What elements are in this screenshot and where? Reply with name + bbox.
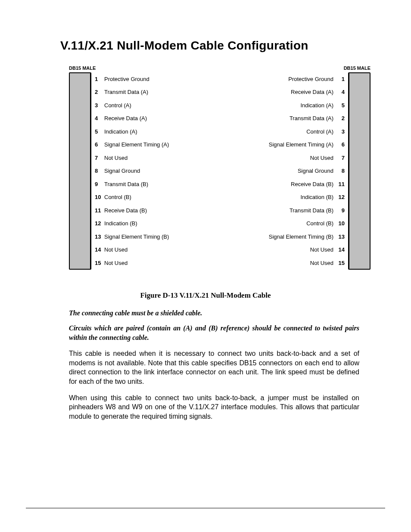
right-pin-label: Not Used xyxy=(219,260,333,266)
pin-row: 11Receive Data (B)Transmit Data (B)9 xyxy=(91,204,348,217)
left-connector-icon xyxy=(69,72,91,270)
right-pin-number: 15 xyxy=(333,260,346,266)
right-pin-number: 1 xyxy=(333,76,346,82)
right-pin-label: Signal Ground xyxy=(219,168,333,174)
right-pin-number: 13 xyxy=(333,233,346,240)
right-pin-label: Control (B) xyxy=(219,220,333,227)
pin-row: 1Protective GroundProtective Ground1 xyxy=(91,72,348,86)
left-pin-number: 8 xyxy=(93,168,104,174)
left-pin-label: Not Used xyxy=(104,260,219,266)
right-pin-label: Signal Element Timing (B) xyxy=(219,233,333,240)
right-pin-number: 3 xyxy=(333,128,346,135)
pin-row: 3Control (A)Indication (A)5 xyxy=(91,99,348,112)
pin-row: 12Indication (B)Control (B)10 xyxy=(91,217,348,230)
right-pin-label: Control (A) xyxy=(219,128,333,135)
right-pin-label: Not Used xyxy=(219,155,333,161)
left-pin-label: Transmit Data (B) xyxy=(104,181,219,187)
left-pin-number: 12 xyxy=(93,220,104,227)
right-pin-number: 9 xyxy=(333,207,346,214)
right-pin-number: 4 xyxy=(333,89,346,95)
right-pin-label: Receive Data (B) xyxy=(219,181,333,187)
pin-row: 4Receive Data (A)Transmit Data (A)2 xyxy=(91,112,348,125)
right-connector-icon xyxy=(348,72,371,270)
paragraph-jumper: When using this cable to connect two uni… xyxy=(69,393,359,421)
paragraph-usage: This cable is needed when it is necessar… xyxy=(69,349,359,386)
right-connector-header: DB15 MALE xyxy=(344,65,371,71)
left-pin-label: Transmit Data (A) xyxy=(104,89,219,95)
pin-row: 5Indication (A)Control (A)3 xyxy=(91,125,348,138)
left-pin-number: 4 xyxy=(93,115,104,121)
pin-row: 9Transmit Data (B)Receive Data (B)11 xyxy=(91,177,348,191)
right-pin-label: Transmit Data (B) xyxy=(219,207,333,214)
left-pin-label: Receive Data (B) xyxy=(104,207,219,214)
page-title: V.11/X.21 Null-Modem Cable Configuration xyxy=(60,39,385,53)
left-connector-header: DB15 MALE xyxy=(69,65,96,71)
left-pin-label: Signal Ground xyxy=(104,168,219,174)
left-pin-label: Control (B) xyxy=(104,194,219,200)
left-pin-number: 11 xyxy=(93,207,104,214)
right-pin-number: 6 xyxy=(333,141,346,148)
right-pin-label: Signal Element Timing (A) xyxy=(219,141,333,148)
left-pin-label: Not Used xyxy=(104,246,219,253)
pin-row: 13Signal Element Timing (B)Signal Elemen… xyxy=(91,230,348,243)
left-pin-label: Signal Element Timing (A) xyxy=(104,141,219,148)
figure-caption: Figure D-13 V.11/X.21 Null-Modem Cable xyxy=(26,291,385,300)
pin-row: 10Control (B)Indication (B)12 xyxy=(91,191,348,204)
pin-row: 14Not UsedNot Used14 xyxy=(91,243,348,257)
left-pin-number: 1 xyxy=(93,76,104,82)
left-pin-number: 15 xyxy=(93,260,104,266)
right-pin-number: 5 xyxy=(333,102,346,109)
right-pin-label: Indication (B) xyxy=(219,194,333,200)
note-shielded: The connecting cable must be a shielded … xyxy=(69,308,359,318)
pin-rows: 1Protective GroundProtective Ground12Tra… xyxy=(91,72,348,270)
left-pin-label: Indication (B) xyxy=(104,220,219,227)
note-twisted-pairs: Circuits which are paired (contain an (A… xyxy=(69,324,359,342)
right-pin-number: 7 xyxy=(333,155,346,161)
left-pin-label: Receive Data (A) xyxy=(104,115,219,121)
right-pin-label: Transmit Data (A) xyxy=(219,115,333,121)
left-pin-label: Control (A) xyxy=(104,102,219,109)
right-pin-number: 2 xyxy=(333,115,346,121)
connector-header-row: DB15 MALE DB15 MALE xyxy=(69,65,371,71)
right-pin-number: 11 xyxy=(333,181,346,187)
pin-row: 2Transmit Data (A)Receive Data (A)4 xyxy=(91,86,348,99)
right-pin-number: 14 xyxy=(333,246,346,253)
left-pin-number: 3 xyxy=(93,102,104,109)
right-pin-label: Receive Data (A) xyxy=(219,89,333,95)
left-pin-number: 9 xyxy=(93,181,104,187)
right-pin-label: Indication (A) xyxy=(219,102,333,109)
left-pin-label: Indication (A) xyxy=(104,128,219,135)
left-pin-label: Signal Element Timing (B) xyxy=(104,233,219,240)
left-pin-number: 7 xyxy=(93,155,104,161)
pinout-diagram: DB15 MALE DB15 MALE 1Protective GroundPr… xyxy=(69,65,371,270)
right-pin-label: Protective Ground xyxy=(219,76,333,82)
left-pin-number: 5 xyxy=(93,128,104,135)
left-pin-label: Not Used xyxy=(104,155,219,161)
pin-row: 6Signal Element Timing (A)Signal Element… xyxy=(91,138,348,152)
pin-row: 7Not UsedNot Used7 xyxy=(91,151,348,165)
page: V.11/X.21 Null-Modem Cable Configuration… xyxy=(0,0,411,532)
left-pin-number: 14 xyxy=(93,246,104,253)
left-pin-number: 2 xyxy=(93,89,104,95)
right-pin-number: 12 xyxy=(333,194,346,200)
pin-row: 15Not UsedNot Used15 xyxy=(91,256,348,270)
left-pin-number: 10 xyxy=(93,194,104,200)
left-pin-label: Protective Ground xyxy=(104,76,219,82)
left-pin-number: 13 xyxy=(93,233,104,240)
left-pin-number: 6 xyxy=(93,141,104,148)
right-pin-label: Not Used xyxy=(219,246,333,253)
right-pin-number: 8 xyxy=(333,168,346,174)
body-text: The connecting cable must be a shielded … xyxy=(69,308,359,421)
footer-rule xyxy=(26,508,385,508)
right-pin-number: 10 xyxy=(333,220,346,227)
pin-row: 8Signal GroundSignal Ground8 xyxy=(91,165,348,178)
diagram-body: 1Protective GroundProtective Ground12Tra… xyxy=(69,72,371,270)
